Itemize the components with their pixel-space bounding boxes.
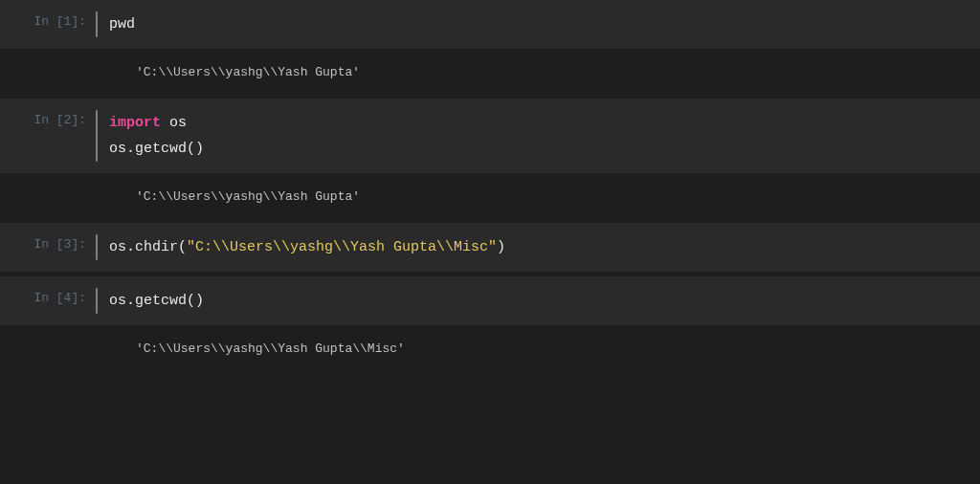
- prompt-area: In [1]:: [0, 8, 96, 41]
- prompt-area: In [3]:: [0, 231, 96, 264]
- code-area[interactable]: os.chdir("C:\\Users\\yashg\\Yash Gupta\\…: [98, 231, 980, 264]
- notebook-container: In [1]: pwd 'C:\\Users\\yashg\\Yash Gupt…: [0, 0, 980, 371]
- cell-input[interactable]: In [3]: os.chdir("C:\\Users\\yashg\\Yash…: [0, 223, 980, 273]
- code-area[interactable]: import osos.getcwd(): [98, 106, 980, 165]
- code-area[interactable]: os.getcwd(): [98, 284, 980, 318]
- prompt-area: In [2]:: [0, 106, 96, 165]
- cell-2: In [2]: import osos.getcwd() 'C:\\Users\…: [0, 99, 980, 219]
- cell-4: In [4]: os.getcwd() 'C:\\Users\\yashg\\Y…: [0, 276, 980, 371]
- cell-input[interactable]: In [4]: os.getcwd(): [0, 276, 980, 326]
- input-prompt: In [2]:: [33, 113, 86, 127]
- output-text: 'C:\\Users\\yashg\\Yash Gupta\\Misc': [107, 341, 980, 356]
- output-text: 'C:\\Users\\yashg\\Yash Gupta': [107, 65, 980, 79]
- input-prompt: In [4]:: [33, 291, 86, 305]
- input-prompt: In [1]:: [33, 14, 86, 29]
- code-content: import osos.getcwd(): [109, 110, 980, 162]
- code-content: os.chdir("C:\\Users\\yashg\\Yash Gupta\\…: [109, 234, 980, 260]
- cell-input[interactable]: In [2]: import osos.getcwd(): [0, 99, 980, 174]
- output-text: 'C:\\Users\\yashg\\Yash Gupta': [107, 189, 980, 204]
- cell-input[interactable]: In [1]: pwd: [0, 0, 980, 50]
- output-prompt-area: [0, 186, 96, 208]
- code-content: pwd: [109, 11, 980, 37]
- input-prompt: In [3]:: [33, 237, 86, 252]
- output-prompt-area: [0, 338, 96, 360]
- cell-output: 'C:\\Users\\yashg\\Yash Gupta': [0, 174, 980, 219]
- code-content: os.getcwd(): [109, 288, 980, 314]
- cell-output: 'C:\\Users\\yashg\\Yash Gupta\\Misc': [0, 326, 980, 371]
- cell-1: In [1]: pwd 'C:\\Users\\yashg\\Yash Gupt…: [0, 0, 980, 95]
- cell-output: 'C:\\Users\\yashg\\Yash Gupta': [0, 50, 980, 95]
- output-prompt-area: [0, 61, 96, 83]
- cell-3: In [3]: os.chdir("C:\\Users\\yashg\\Yash…: [0, 223, 980, 273]
- code-area[interactable]: pwd: [98, 8, 980, 41]
- prompt-area: In [4]:: [0, 284, 96, 318]
